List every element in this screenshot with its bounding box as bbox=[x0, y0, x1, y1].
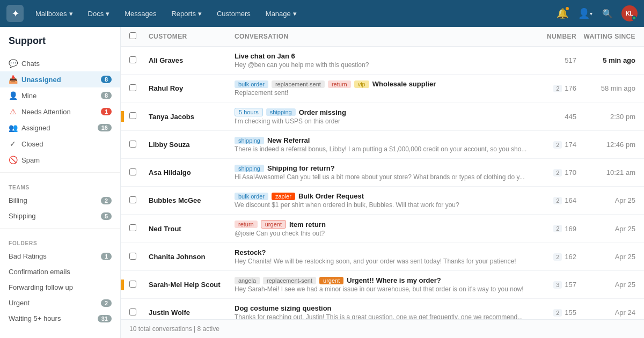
row-checkbox-6[interactable] bbox=[129, 224, 136, 231]
sidebar-item-chats[interactable]: 💬 Chats bbox=[0, 55, 120, 71]
nav-manage[interactable]: Manage ▾ bbox=[258, 0, 304, 27]
row-checkbox-7[interactable] bbox=[129, 253, 136, 260]
header-check bbox=[129, 32, 149, 41]
conversation-number: 2155 bbox=[533, 308, 576, 317]
number-value: 176 bbox=[565, 84, 576, 92]
reply-count-badge: 2 bbox=[553, 225, 562, 232]
number-value: 164 bbox=[565, 196, 576, 204]
chats-icon: 💬 bbox=[9, 59, 17, 68]
conversation-tag: replacement-sent bbox=[263, 277, 316, 284]
sidebar-team-shipping[interactable]: Shipping 5 bbox=[0, 208, 120, 224]
sidebar-label-waiting-5-hours: Waiting 5+ hours bbox=[9, 314, 93, 322]
row-checkbox-5[interactable] bbox=[129, 196, 136, 203]
sidebar-item-closed[interactable]: ✓ Closed bbox=[0, 136, 120, 152]
sidebar-item-spam[interactable]: 🚫 Spam bbox=[0, 152, 120, 168]
shipping-badge-count: 5 bbox=[101, 212, 112, 220]
row-checkbox-0[interactable] bbox=[129, 56, 136, 63]
waiting-since: 58 min ago bbox=[576, 84, 635, 92]
table-row[interactable]: Tanya Jacobs5 hoursshippingOrder missing… bbox=[121, 102, 644, 131]
conversation-preview: @josie Can you check this out? bbox=[235, 230, 533, 237]
nav-customers[interactable]: Customers bbox=[209, 0, 258, 27]
top-navigation: ✦ Mailboxes ▾ Docs ▾ Messages Reports ▾ … bbox=[0, 0, 644, 27]
sidebar-item-mine[interactable]: 👤 Mine 8 bbox=[0, 87, 120, 104]
sidebar-folder-confirmation-emails[interactable]: Confirmation emails bbox=[0, 264, 120, 280]
sidebar-team-billing[interactable]: Billing 2 bbox=[0, 193, 120, 208]
waiting-since: Apr 25 bbox=[576, 281, 635, 289]
sidebar-label-mine: Mine bbox=[21, 92, 97, 100]
row-checkbox-9[interactable] bbox=[129, 308, 136, 315]
online-status-dot bbox=[632, 16, 636, 20]
sidebar-item-assigned[interactable]: 👥 Assigned 16 bbox=[0, 120, 120, 136]
conversation-tag: shipping bbox=[235, 137, 264, 144]
needs-attention-badge: 1 bbox=[101, 108, 112, 115]
reply-count-badge: 2 bbox=[553, 309, 562, 317]
row-checkbox-1[interactable] bbox=[129, 84, 136, 91]
nav-reports[interactable]: Reports ▾ bbox=[164, 0, 209, 27]
row-checkbox-3[interactable] bbox=[129, 141, 136, 148]
conversation-cell: bulk orderreplacement-sentreturnvipWhole… bbox=[235, 80, 533, 97]
select-all-checkbox[interactable] bbox=[129, 32, 136, 39]
search-button[interactable]: 🔍 bbox=[599, 5, 616, 22]
customer-name: Chanita Johnson bbox=[149, 253, 235, 261]
table-row[interactable]: Justin WolfeDog costume sizing questionT… bbox=[121, 299, 644, 319]
number-value: 169 bbox=[565, 225, 576, 233]
row-checkbox-8[interactable] bbox=[129, 281, 136, 288]
table-row[interactable]: Bubbles McGeebulk orderzapierBulk Order … bbox=[121, 187, 644, 215]
table-row[interactable]: Asa HildalgoshippingShipping for return?… bbox=[121, 159, 644, 187]
reply-count-badge: 2 bbox=[553, 85, 562, 92]
waiting-since: Apr 24 bbox=[576, 308, 635, 317]
conversation-subject: New Referral bbox=[267, 136, 310, 144]
table-row[interactable]: Ned TroutreturnurgentItem return@josie C… bbox=[121, 215, 644, 243]
table-row[interactable]: Sarah-Mei Help Scoutangelareplacement-se… bbox=[121, 271, 644, 299]
mine-badge: 8 bbox=[101, 92, 112, 99]
customer-name: Rahul Roy bbox=[149, 84, 235, 92]
sidebar-folder-waiting-5-hours[interactable]: Waiting 5+ hours 31 bbox=[0, 311, 120, 326]
conversation-tag: shipping bbox=[235, 165, 264, 172]
mine-icon: 👤 bbox=[9, 91, 17, 100]
sidebar-item-needs-attention[interactable]: ⚠ Needs Attention 1 bbox=[0, 104, 120, 120]
row-check-0 bbox=[129, 56, 149, 65]
table-row[interactable]: Chanita JohnsonRestock?Hey Chanita! We w… bbox=[121, 243, 644, 271]
app-logo[interactable]: ✦ bbox=[6, 5, 24, 22]
row-checkbox-4[interactable] bbox=[129, 168, 136, 175]
customer-name: Libby Souza bbox=[149, 141, 235, 149]
conversation-preview: Hey @ben can you help me with this quest… bbox=[235, 61, 533, 69]
urgent-badge: 2 bbox=[101, 299, 112, 307]
sidebar-label-billing: Billing bbox=[9, 196, 97, 204]
user-menu-button[interactable]: 👤 ▾ bbox=[576, 5, 594, 22]
conversation-cell: angelareplacement-senturgentUrgent!! Whe… bbox=[235, 276, 533, 293]
conversation-preview: Hi Asa!Awesome! Can you tell us a bit mo… bbox=[235, 173, 533, 181]
conversation-number: 445 bbox=[533, 113, 576, 121]
sidebar-divider-1 bbox=[0, 172, 120, 173]
notification-badge bbox=[565, 6, 570, 11]
number-value: 517 bbox=[565, 56, 576, 64]
needs-attention-icon: ⚠ bbox=[9, 107, 17, 116]
conversation-subject: Shipping for return? bbox=[267, 164, 335, 172]
notifications-button[interactable]: 🔔 bbox=[554, 5, 571, 22]
sidebar-folder-urgent[interactable]: Urgent 2 bbox=[0, 295, 120, 311]
sidebar-label-spam: Spam bbox=[21, 156, 112, 164]
row-check-2 bbox=[129, 112, 149, 121]
table-row[interactable]: Rahul Roybulk orderreplacement-sentretur… bbox=[121, 75, 644, 102]
sidebar: Support 💬 Chats 📥 Unassigned 8 👤 Mine 8 … bbox=[0, 27, 121, 338]
sidebar-item-unassigned[interactable]: 📥 Unassigned 8 bbox=[0, 71, 120, 87]
sidebar-folder-bad-ratings[interactable]: Bad Ratings 1 bbox=[0, 248, 120, 264]
conversation-preview: There is indeed a referral bonus, Libby!… bbox=[235, 145, 533, 153]
conversation-preview: Hey Chanita! We will be restocking soon,… bbox=[235, 258, 533, 265]
sidebar-folder-forwarding-follow-up[interactable]: Forwarding follow up bbox=[0, 280, 120, 295]
tags-line: shippingShipping for return? bbox=[235, 164, 533, 172]
nav-right: 🔔 👤 ▾ 🔍 KL bbox=[554, 5, 638, 22]
table-row[interactable]: Ali GravesLive chat on Jan 6Hey @ben can… bbox=[121, 47, 644, 75]
conversation-tag: replacement-sent bbox=[272, 80, 325, 88]
nav-messages[interactable]: Messages bbox=[117, 0, 164, 27]
nav-mailboxes[interactable]: Mailboxes ▾ bbox=[28, 0, 80, 27]
sidebar-label-urgent: Urgent bbox=[9, 299, 97, 307]
waiting-since: 2:30 pm bbox=[576, 113, 635, 121]
conversation-tag: 5 hours bbox=[235, 108, 263, 116]
conversation-subject: Live chat on Jan 6 bbox=[235, 52, 295, 60]
table-row[interactable]: Libby SouzashippingNew ReferralThere is … bbox=[121, 131, 644, 159]
nav-docs[interactable]: Docs ▾ bbox=[80, 0, 118, 27]
conversation-cell: Live chat on Jan 6Hey @ben can you help … bbox=[235, 52, 533, 69]
number-value: 174 bbox=[565, 141, 576, 149]
row-checkbox-2[interactable] bbox=[129, 112, 136, 119]
